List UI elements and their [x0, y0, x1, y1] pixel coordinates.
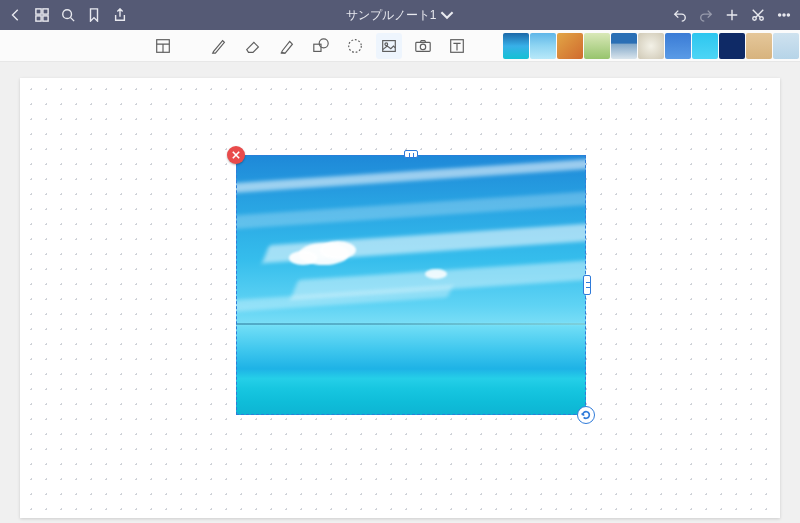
undo-icon[interactable] — [672, 7, 688, 23]
svg-point-13 — [349, 39, 362, 52]
thumb-item[interactable] — [584, 33, 610, 59]
back-icon[interactable] — [8, 7, 24, 23]
plus-icon[interactable] — [724, 7, 740, 23]
image-thumb-strip — [503, 30, 800, 62]
svg-point-5 — [753, 17, 757, 21]
thumb-item[interactable] — [611, 33, 637, 59]
camera-icon[interactable] — [410, 33, 436, 59]
svg-rect-2 — [36, 16, 41, 21]
svg-point-17 — [420, 44, 425, 49]
resize-handle-right[interactable] — [583, 275, 591, 295]
image-icon[interactable] — [376, 33, 402, 59]
svg-point-4 — [63, 10, 72, 19]
chevron-down-icon — [440, 8, 454, 22]
lasso-icon[interactable] — [342, 33, 368, 59]
note-title-wrap[interactable]: サンプルノート1 — [134, 7, 666, 24]
thumb-item[interactable] — [638, 33, 664, 59]
resize-handle-top[interactable] — [404, 150, 418, 158]
redo-icon[interactable] — [698, 7, 714, 23]
svg-point-8 — [783, 14, 785, 16]
eraser-icon[interactable] — [240, 33, 266, 59]
thumb-item[interactable] — [530, 33, 556, 59]
note-page[interactable] — [20, 78, 780, 518]
share-icon[interactable] — [112, 7, 128, 23]
svg-point-15 — [385, 42, 388, 45]
page-layout-icon[interactable] — [150, 33, 176, 59]
titlebar-right-group — [672, 7, 792, 23]
rotate-icon — [581, 410, 591, 420]
titlebar: サンプルノート1 — [0, 0, 800, 30]
thumb-item[interactable] — [773, 33, 799, 59]
more-icon[interactable] — [776, 7, 792, 23]
thumb-item[interactable] — [719, 33, 745, 59]
thumb-item[interactable] — [665, 33, 691, 59]
thumb-item[interactable] — [692, 33, 718, 59]
rotate-button[interactable] — [577, 406, 595, 424]
thumbnails-icon[interactable] — [34, 7, 50, 23]
svg-point-6 — [760, 17, 764, 21]
thumb-item[interactable] — [503, 33, 529, 59]
selected-image-content — [236, 155, 586, 415]
bookmark-icon[interactable] — [86, 7, 102, 23]
svg-rect-3 — [43, 16, 48, 21]
titlebar-left-group — [8, 7, 128, 23]
canvas-area — [0, 62, 800, 523]
text-icon[interactable] — [444, 33, 470, 59]
search-icon[interactable] — [60, 7, 76, 23]
svg-rect-1 — [43, 9, 48, 14]
svg-point-7 — [779, 14, 781, 16]
close-icon — [232, 151, 240, 159]
svg-point-9 — [787, 14, 789, 16]
highlighter-icon[interactable] — [274, 33, 300, 59]
toolbar — [0, 30, 800, 62]
svg-rect-0 — [36, 9, 41, 14]
shapes-icon[interactable] — [308, 33, 334, 59]
scissors-icon[interactable] — [750, 7, 766, 23]
thumb-item[interactable] — [557, 33, 583, 59]
svg-point-12 — [319, 38, 328, 47]
note-title: サンプルノート1 — [346, 7, 437, 24]
pen-icon[interactable] — [206, 33, 232, 59]
thumb-item[interactable] — [746, 33, 772, 59]
delete-button[interactable] — [227, 146, 245, 164]
selected-image[interactable] — [236, 155, 586, 415]
